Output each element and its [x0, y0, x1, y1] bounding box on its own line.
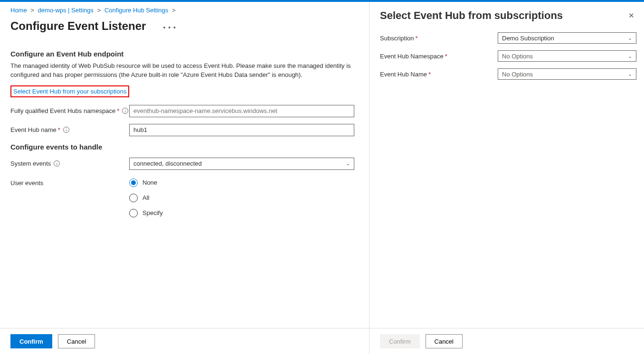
breadcrumb: Home > demo-wps | Settings > Configure H… [0, 2, 369, 17]
breadcrumb-item[interactable]: Configure Hub Settings [104, 7, 168, 14]
system-events-select[interactable]: connected, disconnected ⌄ [129, 158, 354, 170]
section-heading-events: Configure events to handle [10, 143, 359, 151]
chevron-right-icon: > [172, 7, 176, 14]
breadcrumb-item[interactable]: demo-wps | Settings [38, 7, 94, 14]
main-footer: Confirm Cancel [0, 328, 369, 354]
ellipsis-icon[interactable]: • • • [163, 24, 176, 31]
user-events-radio-group: None All Specify [129, 178, 163, 217]
breadcrumb-item[interactable]: Home [10, 7, 27, 14]
system-events-label: System events i [10, 160, 129, 167]
panel-confirm-button: Confirm [380, 334, 420, 348]
chevron-down-icon: ⌄ [628, 71, 632, 77]
radio-icon [129, 194, 138, 202]
close-icon[interactable]: ✕ [626, 9, 636, 22]
radio-icon [129, 209, 138, 217]
section-heading-endpoint: Configure an Event Hub endpoint [10, 50, 359, 58]
required-asterisk: * [416, 35, 418, 42]
namespace-label: Fully qualified Event Hubs namespace* i [10, 107, 129, 114]
info-icon[interactable]: i [63, 127, 69, 133]
info-icon[interactable]: i [54, 160, 60, 167]
panel-title: Select Event Hub from subscriptions [380, 9, 563, 22]
required-asterisk: * [117, 107, 119, 114]
panel-namespace-select[interactable]: No Options ⌄ [498, 50, 636, 62]
panel-content: Subscription* Demo Subscription ⌄ Event … [369, 28, 644, 328]
chevron-down-icon: ⌄ [628, 53, 632, 59]
page-title: Configure Event Listener [0, 17, 156, 38]
confirm-button[interactable]: Confirm [10, 334, 52, 348]
radio-all[interactable]: All [129, 194, 163, 202]
hubname-label: Event Hub name* i [10, 126, 129, 133]
chevron-right-icon: > [97, 7, 101, 14]
user-events-label: User events [10, 177, 129, 187]
namespace-input[interactable] [129, 105, 354, 117]
info-icon[interactable]: i [122, 108, 128, 114]
radio-icon [129, 178, 138, 187]
required-asterisk: * [58, 126, 60, 133]
select-hub-link[interactable]: Select Event Hub from your subscriptions [13, 88, 126, 95]
required-asterisk: * [428, 71, 431, 78]
cancel-button[interactable]: Cancel [58, 334, 95, 348]
panel-namespace-label: Event Hub Namespace* [380, 53, 498, 60]
panel-subscription-select[interactable]: Demo Subscription ⌄ [498, 32, 636, 44]
side-panel: Select Event Hub from subscriptions ✕ Su… [369, 2, 644, 354]
panel-hubname-select[interactable]: No Options ⌄ [498, 68, 636, 80]
required-asterisk: * [445, 53, 447, 60]
chevron-down-icon: ⌄ [628, 35, 632, 41]
main-pane: Home > demo-wps | Settings > Configure H… [0, 2, 369, 354]
radio-none[interactable]: None [129, 178, 163, 187]
radio-specify[interactable]: Specify [129, 209, 163, 217]
chevron-right-icon: > [30, 7, 34, 14]
chevron-down-icon: ⌄ [346, 160, 350, 167]
panel-footer: Confirm Cancel [369, 328, 644, 354]
panel-cancel-button[interactable]: Cancel [426, 334, 463, 348]
panel-subscription-label: Subscription* [380, 35, 498, 42]
select-hub-link-highlight: Select Event Hub from your subscriptions [10, 85, 129, 97]
hubname-input[interactable] [129, 124, 354, 136]
content-area: Configure an Event Hub endpoint The mana… [0, 38, 369, 328]
section-description: The managed identity of Web PubSub resou… [10, 62, 352, 80]
panel-hubname-label: Event Hub Name* [380, 71, 498, 78]
